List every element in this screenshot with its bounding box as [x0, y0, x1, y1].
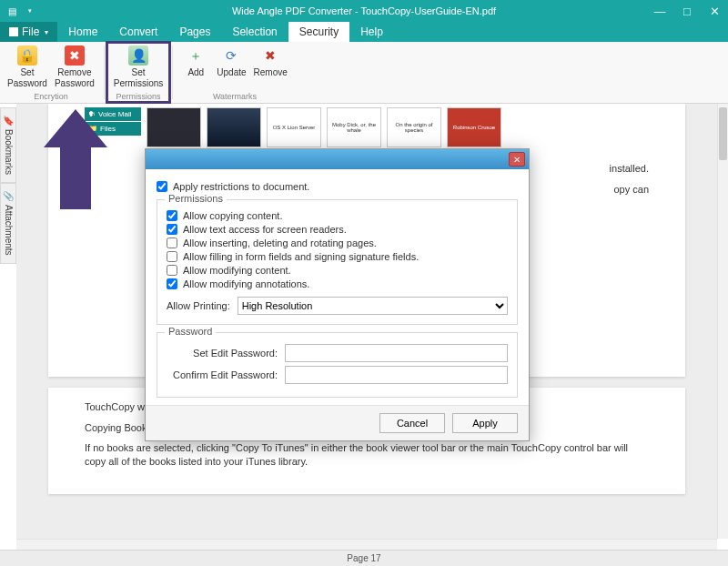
- ribbon-group-permissions: 👤 Set Permissions Permissions: [106, 42, 170, 103]
- attachments-label: Attachments: [4, 205, 14, 256]
- add-watermark-button[interactable]: ＋ Add: [178, 44, 213, 80]
- confirm-password-row: Confirm Edit Password:: [167, 366, 508, 384]
- allow-printing-row: Allow Printing: High Resolution: [167, 297, 508, 315]
- file-label: File: [22, 25, 39, 38]
- lock-icon: 🔒: [17, 45, 37, 66]
- checkbox-label: Allow modifying content.: [183, 265, 291, 276]
- set-password-label: Set Password: [7, 67, 47, 88]
- checkbox-label: Allow text access for screen readers.: [183, 224, 347, 235]
- plus-icon: ＋: [186, 45, 206, 66]
- allow-annotations-checkbox[interactable]: Allow modifying annotations.: [167, 278, 508, 289]
- dialog-titlebar[interactable]: ✕: [146, 149, 529, 169]
- checkbox-input[interactable]: [157, 181, 167, 192]
- confirm-password-label: Confirm Edit Password:: [167, 369, 285, 380]
- checkbox-label: Apply restrictions to document.: [173, 181, 309, 192]
- title-bar: ▤ ▾ Wide Angle PDF Converter - TouchCopy…: [0, 0, 728, 22]
- maximize-button[interactable]: □: [673, 0, 701, 22]
- remove-password-button[interactable]: ✖ Remove Password: [51, 44, 98, 90]
- bookmarks-label: Bookmarks: [4, 129, 14, 175]
- tab-pages[interactable]: Pages: [168, 22, 221, 42]
- checkbox-input[interactable]: [167, 210, 177, 221]
- minimize-button[interactable]: —: [646, 0, 673, 22]
- separator: [172, 45, 173, 99]
- checkbox-input[interactable]: [167, 238, 177, 248]
- book-thumbnails: 🗣Voice Mail 📁Files OS X Lion Server Moby…: [85, 104, 649, 155]
- category-list: 🗣Voice Mail 📁Files: [85, 107, 141, 147]
- files-label: Files: [100, 125, 116, 133]
- horizontal-scrollbar[interactable]: [16, 539, 717, 550]
- permissions-fieldset: Permissions Allow copying content. Allow…: [157, 199, 518, 325]
- allow-printing-select[interactable]: High Resolution: [238, 297, 508, 315]
- confirm-password-input[interactable]: [285, 366, 508, 384]
- qat-icon[interactable]: ▤: [5, 5, 18, 17]
- checkbox-label: Allow inserting, deleting and rotating p…: [183, 238, 377, 248]
- bookmarks-tab[interactable]: 🔖 Bookmarks: [0, 107, 16, 183]
- file-menu[interactable]: File ▾: [0, 22, 57, 42]
- add-label: Add: [187, 67, 204, 78]
- cancel-button[interactable]: Cancel: [379, 413, 445, 433]
- password-fieldset: Password Set Edit Password: Confirm Edit…: [157, 332, 518, 398]
- set-password-label: Set Edit Password:: [167, 348, 285, 359]
- paperclip-icon: 📎: [3, 191, 14, 201]
- page-indicator: Page 17: [347, 553, 380, 563]
- set-password-row: Set Edit Password:: [167, 344, 508, 362]
- delete-icon: ✖: [260, 45, 280, 66]
- allow-modify-checkbox[interactable]: Allow modifying content.: [167, 265, 508, 276]
- files-icon: 📁: [88, 125, 97, 133]
- ribbon: 🔒 Set Password ✖ Remove Password Encryti…: [0, 42, 728, 104]
- tab-convert[interactable]: Convert: [108, 22, 168, 42]
- attachments-tab[interactable]: 📎 Attachments: [0, 183, 16, 264]
- apply-button[interactable]: Apply: [452, 413, 518, 433]
- update-watermark-button[interactable]: ⟳ Update: [213, 44, 249, 80]
- bg-text: installed.: [610, 163, 649, 174]
- tab-selection[interactable]: Selection: [221, 22, 288, 42]
- group-label: Encrytion: [34, 92, 68, 103]
- tab-help[interactable]: Help: [349, 22, 394, 42]
- book-thumb: OS X Lion Server: [267, 107, 321, 147]
- permissions-dialog: ✕ Apply restrictions to document. Permis…: [145, 148, 530, 441]
- side-panel-tabs: 🔖 Bookmarks 📎 Attachments: [0, 107, 16, 264]
- close-button[interactable]: ✕: [701, 0, 728, 22]
- tab-security[interactable]: Security: [288, 22, 349, 42]
- set-password-button[interactable]: 🔒 Set Password: [4, 44, 51, 90]
- book-thumb: [147, 107, 201, 147]
- book-thumb: On the origin of species: [387, 107, 441, 147]
- book-thumb: Robinson Crusoe: [447, 107, 501, 147]
- checkbox-input[interactable]: [167, 265, 177, 276]
- book-thumb: Moby Dick, or, the whale: [327, 107, 381, 147]
- update-label: Update: [217, 67, 246, 78]
- apply-restrictions-checkbox[interactable]: Apply restrictions to document.: [157, 181, 518, 192]
- window-controls: — □ ✕: [646, 0, 728, 22]
- remove-watermark-button[interactable]: ✖ Remove: [250, 44, 291, 80]
- scrollbar-thumb[interactable]: [719, 107, 727, 160]
- permissions-icon: 👤: [128, 45, 148, 66]
- set-permissions-button[interactable]: 👤 Set Permissions: [110, 44, 167, 90]
- set-password-input[interactable]: [285, 344, 508, 362]
- ribbon-group-watermarks: ＋ Add ⟳ Update ✖ Remove Watermarks: [175, 42, 295, 103]
- allow-formfill-checkbox[interactable]: Allow filling in form fields and signing…: [167, 251, 508, 262]
- app-icon: [9, 27, 18, 36]
- tab-home[interactable]: Home: [57, 22, 108, 42]
- status-bar: Page 17: [0, 550, 728, 566]
- dialog-buttons: Cancel Apply: [146, 405, 529, 440]
- vertical-scrollbar[interactable]: [717, 104, 728, 539]
- allow-copy-checkbox[interactable]: Allow copying content.: [167, 210, 508, 221]
- quick-access: ▤ ▾: [0, 5, 36, 17]
- voicemail-icon: 🗣: [88, 110, 96, 118]
- bookmark-icon: 🔖: [3, 116, 14, 126]
- app-title: Wide Angle PDF Converter - TouchCopy-Use…: [232, 5, 496, 16]
- allow-screenreader-checkbox[interactable]: Allow text access for screen readers.: [167, 224, 508, 235]
- remove-label: Remove: [254, 67, 288, 78]
- allow-insert-checkbox[interactable]: Allow inserting, deleting and rotating p…: [167, 238, 508, 248]
- checkbox-input[interactable]: [167, 251, 177, 262]
- remove-password-label: Remove Password: [55, 67, 95, 88]
- allow-printing-label: Allow Printing:: [167, 300, 230, 311]
- dialog-close-button[interactable]: ✕: [509, 152, 525, 167]
- checkbox-label: Allow filling in form fields and signing…: [183, 251, 419, 262]
- checkbox-input[interactable]: [167, 278, 177, 289]
- fieldset-legend: Permissions: [165, 193, 227, 204]
- chevron-down-icon: ▾: [45, 28, 48, 36]
- fieldset-legend: Password: [165, 326, 216, 337]
- qat-dropdown-icon[interactable]: ▾: [24, 5, 36, 17]
- checkbox-input[interactable]: [167, 224, 177, 235]
